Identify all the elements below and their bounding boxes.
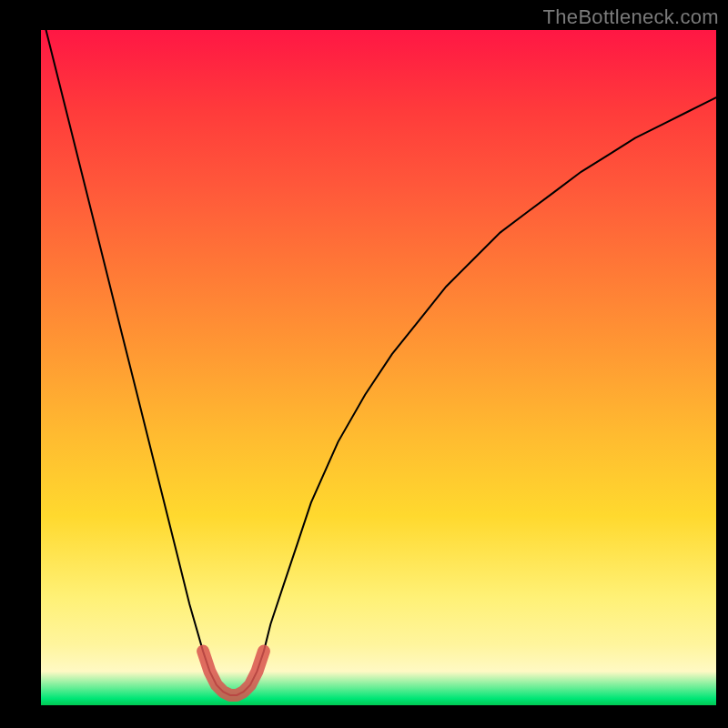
highlight-segment — [203, 652, 264, 695]
chart-frame: TheBottleneck.com — [0, 0, 728, 728]
bottleneck-curve — [41, 30, 716, 695]
curve-layer — [41, 30, 716, 705]
plot-area — [41, 30, 716, 705]
main-curve-path — [41, 30, 716, 695]
watermark-text: TheBottleneck.com — [543, 5, 719, 29]
highlight-path — [203, 652, 264, 695]
